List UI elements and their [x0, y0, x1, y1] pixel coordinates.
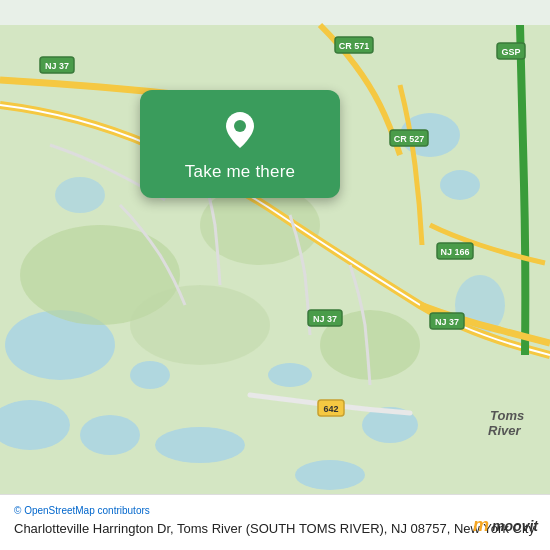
- map-svg: NJ 37 CR 571 GSP NJ 3 CR 527 NJ 166 NJ 3…: [0, 0, 550, 550]
- svg-point-7: [440, 170, 480, 200]
- svg-text:River: River: [488, 423, 521, 438]
- address-text: Charlotteville Harrington Dr, Toms River…: [14, 520, 536, 538]
- osm-credit: © OpenStreetMap contributors: [14, 505, 536, 516]
- svg-point-5: [295, 460, 365, 490]
- svg-text:NJ 166: NJ 166: [440, 247, 469, 257]
- svg-text:NJ 37: NJ 37: [45, 61, 69, 71]
- svg-point-12: [268, 363, 312, 387]
- moovit-m-icon: m: [473, 515, 489, 536]
- svg-text:CR 527: CR 527: [394, 134, 425, 144]
- svg-point-11: [55, 177, 105, 213]
- svg-point-37: [234, 120, 246, 132]
- moovit-wordmark: moovit: [492, 518, 538, 534]
- svg-text:CR 571: CR 571: [339, 41, 370, 51]
- location-pin-icon: [218, 108, 262, 152]
- svg-point-10: [130, 361, 170, 389]
- bottom-bar: © OpenStreetMap contributors Charlottevi…: [0, 494, 550, 550]
- moovit-logo: m moovit: [473, 515, 538, 536]
- svg-point-3: [80, 415, 140, 455]
- svg-text:NJ 37: NJ 37: [313, 314, 337, 324]
- svg-point-4: [155, 427, 245, 463]
- take-me-there-button[interactable]: Take me there: [185, 162, 295, 182]
- map-container: NJ 37 CR 571 GSP NJ 3 CR 527 NJ 166 NJ 3…: [0, 0, 550, 550]
- svg-text:Toms: Toms: [490, 408, 524, 423]
- svg-text:642: 642: [323, 404, 338, 414]
- svg-text:GSP: GSP: [501, 47, 520, 57]
- svg-text:NJ 37: NJ 37: [435, 317, 459, 327]
- popup-card: Take me there: [140, 90, 340, 198]
- osm-link[interactable]: © OpenStreetMap contributors: [14, 505, 150, 516]
- svg-point-16: [130, 285, 270, 365]
